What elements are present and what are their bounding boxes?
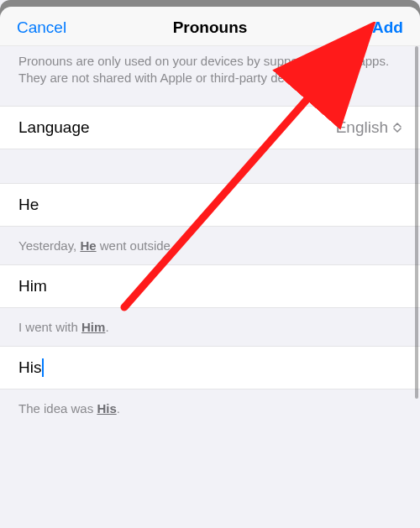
modal-sheet: Cancel Pronouns Add Pronouns are only us… (0, 7, 420, 528)
add-button[interactable]: Add (372, 18, 403, 37)
pronoun-value: Him (18, 277, 47, 295)
content-scroll[interactable]: Pronouns are only used on your devices b… (0, 46, 420, 528)
modal-header: Cancel Pronouns Add (0, 7, 420, 46)
pronoun-example: The idea was His. (0, 389, 420, 427)
chevron-up-down-icon (393, 123, 402, 133)
page-title: Pronouns (145, 18, 274, 37)
language-value: English (336, 118, 402, 137)
language-row[interactable]: Language English (0, 106, 420, 149)
pronoun-input[interactable]: His (0, 346, 420, 389)
pronoun-block: HimI went with Him. (0, 264, 420, 346)
pronoun-value: He (18, 196, 39, 214)
pronoun-value: His (18, 358, 41, 377)
scrollbar-thumb[interactable] (415, 46, 418, 399)
text-cursor (42, 358, 44, 377)
description-text: Pronouns are only used on your devices b… (0, 46, 420, 106)
scrollbar[interactable] (413, 46, 418, 528)
pronoun-block: HeYesterday, He went outside. (0, 183, 420, 264)
pronoun-example: I went with Him. (0, 308, 420, 346)
pronoun-input[interactable]: He (0, 183, 420, 227)
section-spacer (0, 149, 420, 183)
pronoun-block: HisThe idea was His. (0, 346, 420, 427)
pronoun-input[interactable]: Him (0, 264, 420, 308)
cancel-button[interactable]: Cancel (17, 18, 66, 37)
language-label: Language (18, 118, 90, 137)
pronoun-example: Yesterday, He went outside. (0, 227, 420, 264)
